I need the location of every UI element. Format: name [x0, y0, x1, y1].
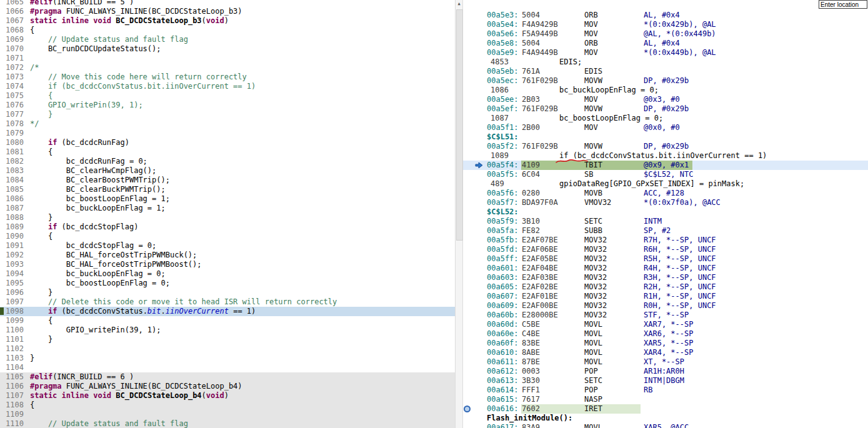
- code-line-1084[interactable]: 1084 BC_clearBoostPWMTrip();: [0, 176, 455, 185]
- code-line-1102[interactable]: 1102: [0, 344, 455, 354]
- line-number[interactable]: 1078: [0, 119, 24, 129]
- disasm-row-00a5e3[interactable]: 00a5e3:5004ORBAL, #0x4: [463, 11, 868, 20]
- disasm-row-00a605[interactable]: 00a605:E2AF02BEMOV32R2H, *--SP, UNCF: [463, 282, 868, 292]
- interleaved-source-row[interactable]: 489gpioDataReg[GPIO_GPxSET_INDEX] = pinM…: [463, 179, 868, 189]
- line-number[interactable]: 1110: [0, 419, 24, 428]
- line-number[interactable]: 1099: [0, 316, 24, 326]
- line-number[interactable]: 1079: [0, 129, 24, 138]
- code-line-1069[interactable]: 1069 // Update status and fault flag: [0, 35, 455, 44]
- code-line-1103[interactable]: 1103}: [0, 354, 455, 363]
- disasm-row-00a5e4[interactable]: 00a5e4:F4A9429BMOV*(0:0x429b), @AL: [463, 20, 868, 29]
- line-number[interactable]: 1080: [0, 138, 24, 147]
- line-number[interactable]: 1096: [0, 288, 24, 297]
- disasm-row-00a614[interactable]: 00a614:FFF1POPRB: [463, 386, 868, 395]
- code-line-1067[interactable]: 1067static inline void BC_DCDCStateLoop_…: [0, 16, 455, 26]
- line-number[interactable]: 1089: [0, 222, 24, 232]
- line-number[interactable]: 1100: [0, 326, 24, 335]
- disasm-row-00a5f2[interactable]: 00a5f2:761F029BMOVWDP, #0x29b: [463, 142, 868, 151]
- disasm-row-00a5f9[interactable]: 00a5f9:3B10SETCINTM: [463, 217, 868, 226]
- line-number[interactable]: 1072: [0, 63, 24, 72]
- code-line-1107[interactable]: 1107static inline void BC_DCDCStateLoop_…: [0, 391, 455, 401]
- disasm-row-00a60b[interactable]: 00a60b:E28000BEMOV32STF, *--SP: [463, 311, 868, 320]
- disasm-row-00a612[interactable]: 00a612:0003POPAR1H:AR0H: [463, 367, 868, 376]
- disasm-row-00a5fa[interactable]: 00a5fa:FE82SUBBSP, #2: [463, 226, 868, 236]
- line-number[interactable]: 1068: [0, 26, 24, 35]
- pc-circle-icon[interactable]: [464, 406, 471, 412]
- code-line-1076[interactable]: 1076 GPIO_writePin(39, 1);: [0, 101, 455, 110]
- interleaved-source-row[interactable]: 1086bc_buckLoopEnFlag = 0;: [463, 86, 868, 95]
- code-line-1109[interactable]: 1109: [0, 410, 455, 419]
- code-line-1077[interactable]: 1077 }: [0, 110, 455, 119]
- line-number[interactable]: 1104: [0, 363, 24, 372]
- disasm-row-00a60e[interactable]: 00a60e:C4BEMOVLXAR6, *--SP: [463, 329, 868, 339]
- disasm-row-00a5fb[interactable]: 00a5fb:E2AF07BEMOV32R7H, *--SP, UNCF: [463, 236, 868, 245]
- code-line-1082[interactable]: 1082 bc_dcdcRunFag = 0;: [0, 157, 455, 166]
- line-number[interactable]: 1101: [0, 335, 24, 344]
- line-number[interactable]: 1071: [0, 54, 24, 63]
- disasm-row-00a5f4[interactable]: 00a5f4:4109TBIT@0x9, #0x1: [463, 161, 868, 170]
- line-number[interactable]: 1086: [0, 194, 24, 204]
- line-number[interactable]: 1092: [0, 251, 24, 260]
- line-number[interactable]: 1081: [0, 147, 24, 157]
- disasm-row-00a5f5[interactable]: 00a5f5:6C04SB$C$L52, NTC: [463, 170, 868, 179]
- line-number[interactable]: 1108: [0, 401, 24, 410]
- line-number[interactable]: 1087: [0, 204, 24, 213]
- code-line-1099[interactable]: 1099 {: [0, 316, 455, 326]
- disasm-row-00a5f7[interactable]: 00a5f7:BDA97F0AVMOV32*(0:0x7f0a), @ACC: [463, 198, 868, 207]
- code-line-1097[interactable]: 1097 // Delete this code or move it to h…: [0, 297, 455, 307]
- local-label-row[interactable]: $C$L52:: [463, 207, 868, 217]
- code-line-1086[interactable]: 1086 bc_boostLoopEnFlag = 1;: [0, 194, 455, 204]
- disasm-row-00a5eb[interactable]: 00a5eb:761AEDIS: [463, 67, 868, 76]
- code-line-1072[interactable]: 1072/*: [0, 63, 455, 72]
- line-number[interactable]: 1102: [0, 344, 24, 354]
- line-number[interactable]: 1082: [0, 157, 24, 166]
- code-line-1108[interactable]: 1108{: [0, 401, 455, 410]
- disasm-row-00a603[interactable]: 00a603:E2AF03BEMOV32R3H, *--SP, UNCF: [463, 273, 868, 282]
- code-line-1079[interactable]: 1079: [0, 129, 455, 138]
- code-line-1068[interactable]: 1068{: [0, 26, 455, 35]
- code-line-1075[interactable]: 1075 {: [0, 91, 455, 101]
- code-line-1078[interactable]: 1078*/: [0, 119, 455, 129]
- code-line-1092[interactable]: 1092 BC_HAL_forceOstTripPWMBuck();: [0, 251, 455, 260]
- code-line-1100[interactable]: 1100 GPIO_writePin(39, 1);: [0, 326, 455, 335]
- code-line-1066[interactable]: 1066#pragma FUNC_ALWAYS_INLINE(BC_DCDCSt…: [0, 7, 455, 16]
- line-number[interactable]: 1091: [0, 241, 24, 251]
- line-number[interactable]: 1105: [0, 372, 24, 382]
- line-number[interactable]: 1083: [0, 166, 24, 176]
- interleaved-source-row[interactable]: 1089if (bc_dcdcConvStatus.bit.iinOverCur…: [463, 151, 868, 161]
- disasm-row-00a5fd[interactable]: 00a5fd:E2AF06BEMOV32R6H, *--SP, UNCF: [463, 245, 868, 254]
- code-line-1091[interactable]: 1091 bc_dcdcStopFlag = 0;: [0, 241, 455, 251]
- line-number[interactable]: 1090: [0, 232, 24, 241]
- disasm-row-00a611[interactable]: 00a611:87BEMOVLXT, *--SP: [463, 357, 868, 367]
- code-line-1071[interactable]: 1071: [0, 54, 455, 63]
- line-number[interactable]: 1065: [0, 0, 24, 7]
- line-number[interactable]: 1075: [0, 91, 24, 101]
- code-line-1104[interactable]: 1104: [0, 363, 455, 372]
- code-line-1090[interactable]: 1090 {: [0, 232, 455, 241]
- line-number[interactable]: 1074: [0, 82, 24, 91]
- line-number[interactable]: 1107: [0, 391, 24, 401]
- disasm-row-00a609[interactable]: 00a609:E2AF00BEMOV32R0H, *--SP, UNCF: [463, 301, 868, 311]
- line-number[interactable]: 1077: [0, 110, 24, 119]
- disasm-row-00a60f[interactable]: 00a60f:83BEMOVLXAR5, *--SP: [463, 339, 868, 348]
- disasm-row-00a617[interactable]: 00a617:83A9MOVLXAR5, @ACC: [463, 423, 868, 428]
- function-label-row[interactable]: Flash_initModule():: [463, 414, 868, 423]
- editor-scrollbar[interactable]: ▲: [455, 0, 463, 428]
- interleaved-source-row[interactable]: 4853EDIS;: [463, 57, 868, 67]
- disasm-row-00a5ef[interactable]: 00a5ef:761F029BMOVWDP, #0x29b: [463, 104, 868, 114]
- disasm-row-00a615[interactable]: 00a615:7617NASP: [463, 395, 868, 404]
- code-line-1073[interactable]: 1073 // Move this code here will return …: [0, 72, 455, 82]
- disasm-row-00a610[interactable]: 00a610:8ABEMOVLXAR4, *--SP: [463, 348, 868, 357]
- code-line-1089[interactable]: 1089 if (bc_dcdcStopFlag): [0, 222, 455, 232]
- line-number[interactable]: 1103: [0, 354, 24, 363]
- code-line-1081[interactable]: 1081 {: [0, 147, 455, 157]
- code-line-1094[interactable]: 1094 bc_buckLoopEnFlag = 0;: [0, 269, 455, 279]
- line-number[interactable]: 1084: [0, 176, 24, 185]
- disasm-row-00a5e9[interactable]: 00a5e9:F4A9449BMOV*(0:0x449b), @AL: [463, 48, 868, 57]
- scrollbar-thumb[interactable]: [456, 9, 463, 241]
- disasm-row-00a5f6[interactable]: 00a5f6:0280MOVBACC, #128: [463, 189, 868, 198]
- interleaved-source-row[interactable]: 1087bc_boostLoopEnFlag = 0;: [463, 114, 868, 123]
- code-line-1083[interactable]: 1083 BC_clearHwCmpFlag();: [0, 166, 455, 176]
- local-label-row[interactable]: $C$L51:: [463, 132, 868, 142]
- code-line-1095[interactable]: 1095 bc_boostLoopEnFlag = 0;: [0, 279, 455, 288]
